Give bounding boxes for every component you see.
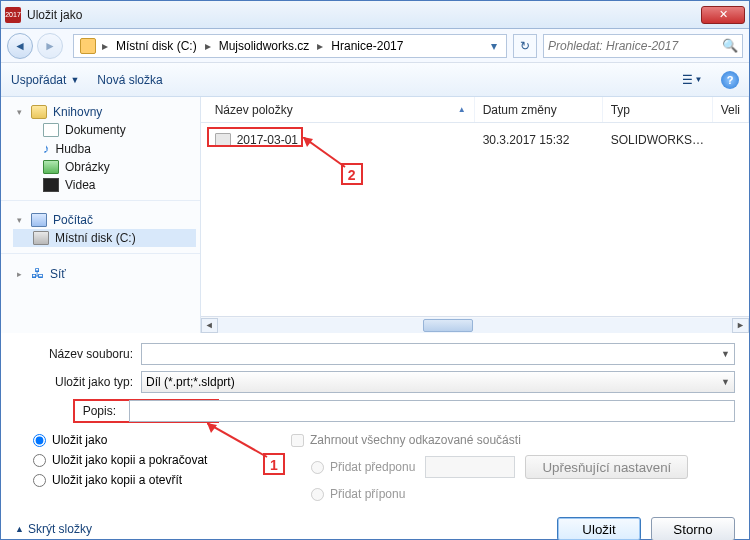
radio-input — [311, 461, 324, 474]
libraries-icon — [31, 105, 47, 119]
radio-input[interactable] — [33, 434, 46, 447]
advanced-button: Upřesňující nastavení — [525, 455, 688, 479]
column-label: Název položky — [215, 103, 293, 117]
filename-input[interactable]: ▼ — [141, 343, 735, 365]
toolbar: Uspořádat ▼ Nová složka ☰ ▼ ? — [1, 63, 749, 97]
radio-input[interactable] — [33, 454, 46, 467]
breadcrumb-seg-1[interactable]: Mujsolidworks.cz — [213, 39, 316, 53]
breadcrumb[interactable]: ▸ Místní disk (C:) ▸ Mujsolidworks.cz ▸ … — [73, 34, 507, 58]
radio-add-suffix: Přidat příponu — [311, 487, 405, 501]
app-icon: 2017 — [5, 7, 21, 23]
file-date: 30.3.2017 15:32 — [475, 133, 603, 147]
videos-icon — [43, 178, 59, 192]
filename-label: Název souboru: — [31, 347, 141, 361]
arrow-right-icon: ► — [44, 39, 56, 53]
chevron-down-icon[interactable]: ▼ — [721, 349, 730, 359]
radio-label: Přidat předponu — [330, 460, 415, 474]
filetype-label: Uložit jako typ: — [31, 375, 141, 389]
tree-label: Obrázky — [65, 160, 110, 174]
dialog-footer: ▲ Skrýt složky Uložit Storno — [1, 509, 749, 540]
breadcrumb-seg-2[interactable]: Hranice-2017 — [325, 39, 409, 53]
tree-pictures[interactable]: Obrázky — [13, 158, 196, 176]
organize-menu[interactable]: Uspořádat ▼ — [11, 73, 79, 87]
help-button[interactable]: ? — [721, 71, 739, 89]
tree-label: Videa — [65, 178, 95, 192]
network-icon: 🖧 — [31, 266, 44, 281]
tree-libraries[interactable]: ▾ Knihovny — [13, 103, 196, 121]
tree-local-disk[interactable]: Místní disk (C:) — [13, 229, 196, 247]
arrow-left-icon: ◄ — [14, 39, 26, 53]
document-icon — [43, 123, 59, 137]
refresh-icon: ↻ — [520, 39, 530, 53]
tree-computer[interactable]: ▾ Počítač — [13, 211, 196, 229]
music-icon: ♪ — [43, 141, 50, 156]
chevron-right-icon: ▸ — [315, 39, 325, 53]
breadcrumb-dropdown[interactable]: ▾ — [488, 39, 504, 53]
scroll-track[interactable] — [218, 318, 732, 333]
column-type[interactable]: Typ — [603, 97, 713, 122]
search-input[interactable] — [548, 39, 722, 53]
tree-label: Místní disk (C:) — [55, 231, 136, 245]
tree-videos[interactable]: Videa — [13, 176, 196, 194]
close-button[interactable]: ✕ — [701, 6, 745, 24]
save-options: Uložit jako Uložit jako kopii a pokračov… — [31, 433, 735, 501]
organize-label: Uspořádat — [11, 73, 66, 87]
file-type: SOLIDWORKS Part... — [603, 133, 713, 147]
save-button[interactable]: Uložit — [557, 517, 641, 540]
search-box[interactable]: 🔍 — [543, 34, 743, 58]
navbar: ◄ ► ▸ Místní disk (C:) ▸ Mujsolidworks.c… — [1, 29, 749, 63]
tree-label: Hudba — [56, 142, 91, 156]
radio-input — [311, 488, 324, 501]
tree-label: Síť — [50, 267, 66, 281]
filetype-select[interactable]: Díl (*.prt;*.sldprt) ▼ — [141, 371, 735, 393]
save-as-dialog: 2017 Uložit jako ✕ ◄ ► ▸ Místní disk (C:… — [0, 0, 750, 540]
breadcrumb-seg-0[interactable]: Místní disk (C:) — [110, 39, 203, 53]
tree-label: Počítač — [53, 213, 93, 227]
hide-folders-label: Skrýt složky — [28, 522, 92, 536]
forward-button[interactable]: ► — [37, 33, 63, 59]
radio-save-as[interactable]: Uložit jako — [33, 433, 261, 447]
window-title: Uložit jako — [27, 8, 701, 22]
radio-save-copy-open[interactable]: Uložit jako kopii a otevřít — [33, 473, 261, 487]
chevron-right-icon: ▸ — [100, 39, 110, 53]
main-area: ▾ Knihovny Dokumenty ♪ Hudba Obrázky — [1, 97, 749, 333]
column-name[interactable]: Název položky ▲ — [207, 97, 475, 122]
checkbox-label: Zahrnout všechny odkazované součásti — [310, 433, 521, 447]
column-size[interactable]: Veli — [713, 97, 749, 122]
new-folder-button[interactable]: Nová složka — [97, 73, 162, 87]
tree-music[interactable]: ♪ Hudba — [13, 139, 196, 158]
chevron-down-icon[interactable]: ▼ — [721, 377, 730, 387]
back-button[interactable]: ◄ — [7, 33, 33, 59]
radio-input[interactable] — [33, 474, 46, 487]
file-rows: 2017-03-01 30.3.2017 15:32 SOLIDWORKS Pa… — [201, 123, 749, 316]
description-input[interactable] — [129, 400, 735, 422]
tree-network[interactable]: ▸ 🖧 Síť — [13, 264, 196, 283]
file-list: Název položky ▲ Datum změny Typ Veli 201… — [201, 97, 749, 333]
chevron-right-icon: ▸ — [203, 39, 213, 53]
hide-folders-link[interactable]: ▲ Skrýt složky — [15, 522, 92, 536]
bottom-panel: Název souboru: ▼ Uložit jako typ: Díl (*… — [1, 333, 749, 509]
pictures-icon — [43, 160, 59, 174]
radio-save-copy-continue[interactable]: Uložit jako kopii a pokračovat — [33, 453, 261, 467]
checkbox-input — [291, 434, 304, 447]
svg-marker-3 — [207, 423, 217, 433]
annotation-marker-1: 1 — [263, 453, 285, 475]
prefix-input — [425, 456, 515, 478]
view-list-icon: ☰ — [682, 73, 693, 87]
refresh-button[interactable]: ↻ — [513, 34, 537, 58]
view-options-button[interactable]: ☰ ▼ — [681, 69, 703, 91]
tree-documents[interactable]: Dokumenty — [13, 121, 196, 139]
radio-label: Uložit jako kopii a pokračovat — [52, 453, 207, 467]
column-date[interactable]: Datum změny — [475, 97, 603, 122]
checkbox-include-refs[interactable]: Zahrnout všechny odkazované součásti — [291, 433, 735, 447]
scroll-left-icon[interactable]: ◄ — [201, 318, 218, 333]
scroll-thumb[interactable] — [423, 319, 473, 332]
disk-icon — [33, 231, 49, 245]
scroll-right-icon[interactable]: ► — [732, 318, 749, 333]
computer-icon — [31, 213, 47, 227]
chevron-down-icon: ▼ — [70, 75, 79, 85]
radio-label: Uložit jako kopii a otevřít — [52, 473, 182, 487]
cancel-button[interactable]: Storno — [651, 517, 735, 540]
horizontal-scrollbar[interactable]: ◄ ► — [201, 316, 749, 333]
file-row[interactable]: 2017-03-01 30.3.2017 15:32 SOLIDWORKS Pa… — [207, 129, 749, 151]
